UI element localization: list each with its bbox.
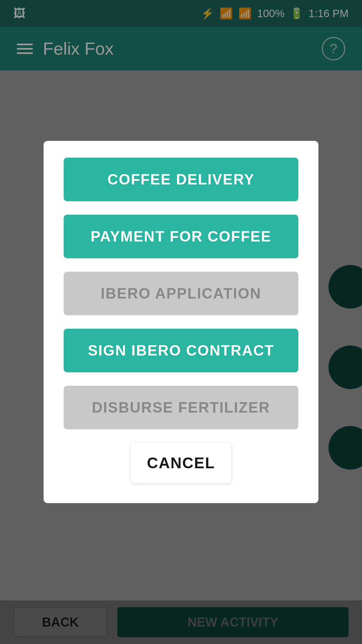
cancel-button[interactable]: CANCEL bbox=[131, 443, 231, 483]
disburse-fertilizer-button[interactable]: DISBURSE FERTILIZER bbox=[64, 386, 298, 429]
action-dialog: COFFEE DELIVERY PAYMENT FOR COFFEE IBERO… bbox=[44, 141, 318, 503]
ibero-application-button[interactable]: IBERO APPLICATION bbox=[64, 272, 298, 315]
payment-for-coffee-button[interactable]: PAYMENT FOR COFFEE bbox=[64, 215, 298, 258]
coffee-delivery-button[interactable]: COFFEE DELIVERY bbox=[64, 158, 298, 201]
sign-ibero-contract-button[interactable]: SIGN IBERO CONTRACT bbox=[64, 329, 298, 372]
cancel-wrapper: CANCEL bbox=[64, 443, 298, 483]
